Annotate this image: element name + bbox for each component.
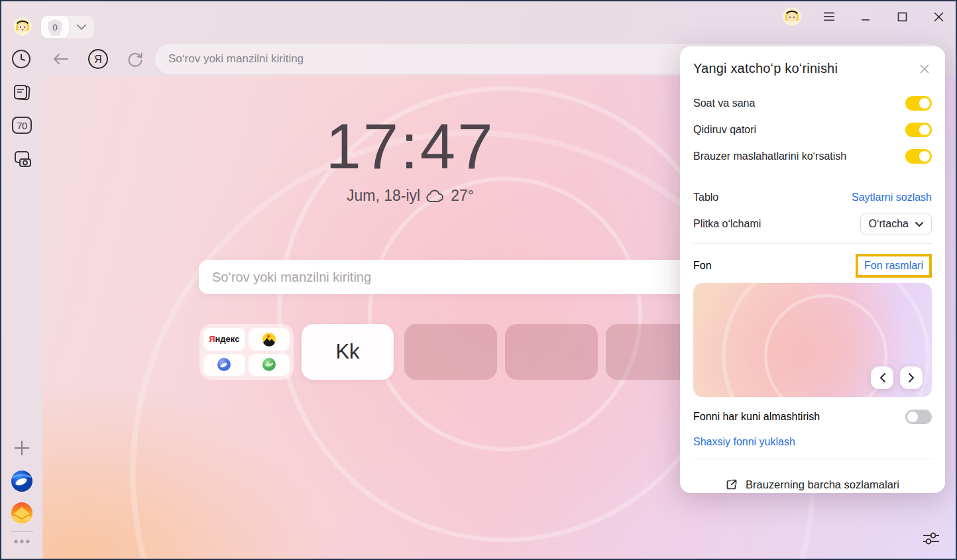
tile-size-label: Plitka oʻlchami [693, 218, 761, 230]
search-row-toggle[interactable] [905, 123, 932, 137]
svg-text:Я: Я [94, 54, 102, 65]
tablo-row: Tablo Saytlarni sozlash [693, 184, 932, 211]
tab-count: 0 [52, 23, 57, 32]
previous-background-button[interactable] [871, 366, 893, 389]
menu-button[interactable] [817, 7, 841, 27]
close-icon [934, 12, 944, 22]
close-window-button[interactable] [927, 7, 950, 27]
close-icon [920, 64, 929, 74]
browser-window: 0 [0, 0, 957, 560]
green-creature-icon [262, 357, 276, 372]
speed-badge-value: 70 [17, 120, 27, 131]
all-settings-button[interactable]: Brauzerning barcha sozlamalari [693, 465, 932, 504]
tile-size-row: Plitka oʻlchami Oʻrtacha [693, 211, 932, 237]
suggestions-toggle[interactable] [905, 149, 932, 164]
clock-widget[interactable]: 17:47 [42, 110, 778, 183]
clock-toggle[interactable] [905, 96, 932, 111]
hamburger-icon [823, 12, 835, 21]
external-link-icon [726, 478, 738, 490]
toggle-label: Qidiruv qatori [693, 124, 756, 136]
all-settings-label: Brauzerning barcha sozlamalari [746, 478, 899, 491]
daily-background-toggle[interactable] [905, 410, 932, 424]
notes-icon [12, 82, 32, 102]
active-tab[interactable]: 0 [41, 16, 69, 38]
tile-images[interactable] [249, 328, 290, 351]
user-avatar-icon [783, 7, 801, 26]
more-panels-button[interactable] [9, 539, 34, 543]
more-dots-icon [14, 539, 30, 543]
tile-game[interactable] [249, 354, 290, 376]
profile-avatar-top[interactable] [783, 7, 801, 26]
user-avatar-icon [13, 17, 32, 36]
tab-strip: 0 [41, 16, 94, 38]
temperature-text: 27° [451, 187, 474, 205]
panel-divider [693, 243, 932, 244]
minimize-icon [861, 12, 870, 21]
tile-kk[interactable]: Kk [302, 324, 394, 380]
date-weather-widget[interactable]: Jum, 18-iyl 27° [42, 187, 778, 205]
tile-kk-label: Kk [335, 340, 359, 364]
tile-browser[interactable] [203, 354, 245, 376]
date-text: Jum, 18-iyl [347, 187, 420, 205]
mail-app-button[interactable] [9, 500, 34, 526]
daily-background-label: Fonni har kuni almashtirish [693, 411, 820, 423]
reload-icon [127, 50, 144, 68]
background-row: Fon Fon rasmlari [693, 250, 932, 282]
tablo-label: Tablo [693, 192, 718, 203]
background-gallery-link[interactable]: Fon rasmlari [864, 260, 923, 271]
appearance-settings-panel: Yangi xatchoʻp koʻrinishi Soat va sana Q… [680, 46, 945, 493]
tile-size-select[interactable]: Oʻrtacha [860, 213, 932, 235]
tile-placeholder[interactable] [505, 324, 598, 380]
screenshot-icon [11, 148, 32, 168]
panel-close-button[interactable] [917, 62, 932, 76]
yandex-logo-icon: Я [87, 48, 109, 70]
cloud-icon [425, 189, 445, 203]
history-clock-icon [11, 49, 31, 69]
toggle-label: Brauzer maslahatlarini koʻrsatish [693, 150, 846, 162]
maximize-icon [897, 12, 907, 22]
background-link-highlight: Fon rasmlari [856, 254, 932, 278]
mail-icon [10, 501, 34, 525]
upload-custom-background-link[interactable]: Shaxsiy fonni yuklash [693, 436, 795, 448]
tab-list-dropdown[interactable] [69, 25, 94, 30]
tile-yandex[interactable]: Яндекс [203, 328, 245, 351]
profile-avatar[interactable] [13, 17, 32, 36]
toggle-row-suggestions: Brauzer maslahatlarini koʻrsatish [693, 143, 932, 170]
blue-sphere-icon [217, 357, 231, 372]
panel-divider [693, 459, 932, 459]
toggle-row-clock: Soat va sana [693, 90, 932, 117]
notes-button[interactable] [9, 80, 34, 105]
customize-background-button[interactable] [921, 528, 941, 548]
yandex-home-button[interactable]: Я [87, 48, 109, 70]
next-background-button[interactable] [900, 366, 923, 389]
back-button[interactable] [50, 48, 72, 70]
maximize-button[interactable] [890, 7, 914, 27]
yandex-wordmark: Яндекс [209, 334, 239, 344]
browser-app-button[interactable] [9, 469, 34, 494]
browser-sphere-icon [10, 469, 34, 493]
screenshot-button[interactable] [9, 146, 34, 171]
tile-size-value: Oʻrtacha [869, 218, 909, 230]
minimize-button[interactable] [854, 7, 877, 27]
chevron-down-icon [915, 222, 923, 227]
chevron-left-icon [879, 373, 885, 382]
daily-background-row: Fonni har kuni almashtirish [693, 402, 932, 431]
toggle-row-search: Qidiruv qatori [693, 117, 932, 143]
tile-placeholder[interactable] [404, 324, 497, 380]
history-button[interactable] [11, 48, 32, 70]
panel-title: Yangi xatchoʻp koʻrinishi [693, 61, 838, 76]
add-panel-button[interactable] [9, 435, 34, 461]
reload-button[interactable] [125, 48, 146, 70]
tile-folder-yandex[interactable]: Яндекс [199, 324, 294, 380]
background-label: Fon [693, 260, 712, 272]
background-preview [693, 283, 932, 397]
images-icon [262, 332, 276, 347]
chevron-right-icon [909, 373, 915, 382]
tab-shield-badge: 0 [48, 19, 62, 36]
speed-score-button[interactable]: 70 [9, 113, 34, 138]
tune-icon [923, 531, 940, 545]
configure-sites-link[interactable]: Saytlarni sozlash [852, 192, 932, 203]
back-arrow-icon [52, 53, 70, 65]
rail-divider [11, 531, 33, 532]
toggle-label: Soat va sana [693, 97, 755, 109]
